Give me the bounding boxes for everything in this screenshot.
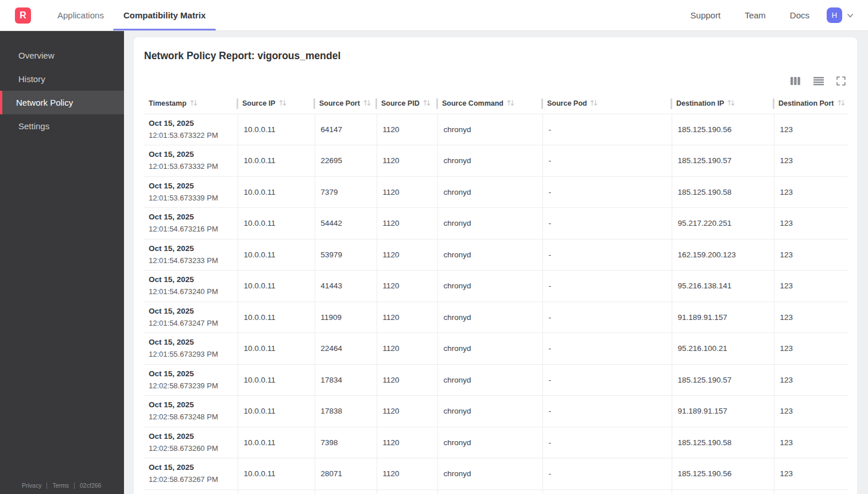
sidebar-item-network-policy[interactable]: Network Policy: [0, 91, 124, 114]
app-logo[interactable]: R: [15, 7, 31, 24]
cell-source-pod: -: [542, 145, 672, 177]
sort-icon[interactable]: [507, 100, 514, 108]
column-resize-handle[interactable]: [671, 98, 672, 109]
cell-source-port: 64147: [315, 114, 377, 145]
sort-icon[interactable]: [363, 100, 371, 108]
sort-icon[interactable]: [727, 100, 735, 108]
column-header-label: Destination IP: [676, 99, 724, 107]
cell-timestamp: Oct 15, 202512:01:54.673233 PM: [144, 239, 238, 271]
table-row: Oct 15, 202512:02:58.673267 PM10.0.0.112…: [144, 458, 848, 490]
user-avatar[interactable]: H: [827, 7, 842, 23]
cell-source-pod: [542, 489, 672, 494]
cell-source-pod: -: [542, 114, 672, 145]
cell-source-port: 7379: [315, 176, 377, 208]
sidebar-item-settings[interactable]: Settings: [0, 114, 124, 138]
cell-destination-port: 123: [774, 333, 848, 365]
table-row: Oct 15, 202512:01:54.673216 PM10.0.0.115…: [144, 208, 848, 240]
column-header-source-ip[interactable]: Source IP: [238, 98, 315, 114]
cell-source-pod: -: [542, 396, 672, 427]
cell-destination-port: 123: [774, 364, 848, 396]
cell-timestamp: Oct 15, 202512:01:54.673216 PM: [144, 208, 238, 240]
timestamp-time: 12:02:58.673260 PM: [149, 443, 234, 454]
cell-destination-port: 123: [774, 271, 848, 302]
cell-destination-ip: 162.159.200.123: [672, 239, 774, 271]
column-header-label: Timestamp: [149, 99, 187, 107]
table-row: Oct 15, 202512:01:54.673240 PM10.0.0.114…: [144, 271, 848, 302]
table-row: Oct 15, 2025: [144, 489, 848, 494]
column-header-destination-ip[interactable]: Destination IP: [672, 98, 774, 114]
expand-icon[interactable]: [836, 76, 846, 86]
cell-destination-port: 123: [774, 396, 848, 427]
cell-source-command: chronyd: [437, 396, 542, 427]
column-resize-handle[interactable]: [237, 98, 238, 109]
column-resize-handle[interactable]: [375, 98, 377, 109]
cell-timestamp: Oct 15, 202512:02:58.673248 PM: [144, 396, 238, 427]
cell-destination-port: 123: [774, 114, 848, 145]
column-resize-handle[interactable]: [541, 98, 543, 109]
tab-applications[interactable]: Applications: [52, 0, 110, 30]
cell-timestamp: Oct 15, 202512:02:58.673267 PM: [144, 458, 238, 490]
row-view-icon[interactable]: [813, 76, 824, 86]
column-header-label: Destination Port: [778, 99, 834, 107]
cell-source-port: 28071: [315, 458, 377, 490]
column-header-source-command[interactable]: Source Command: [437, 98, 542, 114]
timestamp-date: Oct 15, 2025: [149, 118, 234, 130]
column-view-icon[interactable]: [790, 76, 801, 86]
cell-destination-port: 123: [774, 427, 848, 458]
cell-source-command: chronyd: [437, 333, 542, 365]
cell-source-pod: -: [542, 364, 672, 396]
cell-timestamp: Oct 15, 2025: [144, 489, 238, 494]
column-resize-handle[interactable]: [313, 98, 315, 109]
nav-link-support[interactable]: Support: [691, 10, 721, 20]
cell-destination-ip: 95.216.100.21: [672, 333, 774, 365]
table-row: Oct 15, 202512:02:58.673260 PM10.0.0.117…: [144, 427, 848, 458]
tab-compatibility-matrix[interactable]: Compatibility Matrix: [118, 0, 211, 30]
sort-icon[interactable]: [838, 100, 845, 108]
cell-destination-ip: 95.216.138.141: [672, 271, 774, 302]
sort-icon[interactable]: [590, 100, 598, 108]
cell-source-pid: 1120: [377, 271, 437, 302]
cell-source-ip: 10.0.0.11: [238, 271, 315, 302]
sidebar-item-history[interactable]: History: [0, 67, 124, 91]
table-row: Oct 15, 202512:01:55.673293 PM10.0.0.112…: [144, 333, 848, 365]
cell-source-port: 41443: [315, 271, 377, 302]
column-header-source-port[interactable]: Source Port: [315, 98, 377, 114]
column-header-destination-port[interactable]: Destination Port: [774, 98, 848, 114]
sort-icon[interactable]: [190, 100, 197, 108]
cell-timestamp: Oct 15, 202512:02:58.673239 PM: [144, 364, 238, 396]
cell-destination-ip: 185.125.190.58: [672, 176, 774, 208]
timestamp-time: 12:02:58.673267 PM: [149, 474, 234, 485]
cell-source-ip: 10.0.0.11: [238, 176, 315, 208]
sort-icon[interactable]: [423, 100, 431, 108]
nav-link-docs[interactable]: Docs: [790, 10, 809, 20]
sidebar-footer: Privacy Terms 02cf266: [0, 482, 124, 494]
column-resize-handle[interactable]: [773, 98, 774, 109]
cell-destination-ip: 185.125.190.56: [672, 458, 774, 490]
cell-source-port: 7398: [315, 427, 377, 458]
cell-source-port: 22695: [315, 145, 377, 177]
column-header-timestamp[interactable]: Timestamp: [144, 98, 238, 114]
cell-timestamp: Oct 15, 202512:01:53.673322 PM: [144, 114, 238, 145]
table-row: Oct 15, 202512:01:54.673247 PM10.0.0.111…: [144, 302, 848, 333]
cell-source-command: chronyd: [437, 145, 542, 177]
column-header-source-pod[interactable]: Source Pod: [542, 98, 672, 114]
sort-icon[interactable]: [279, 100, 286, 108]
timestamp-time: 12:01:54.673247 PM: [149, 318, 234, 329]
cell-source-ip: [238, 489, 315, 494]
nav-link-team[interactable]: Team: [745, 10, 766, 20]
cell-timestamp: Oct 15, 202512:01:54.673240 PM: [144, 271, 238, 302]
cell-source-pid: 1120: [377, 176, 437, 208]
sidebar-item-overview[interactable]: Overview: [0, 44, 124, 67]
cell-source-port: 54442: [315, 208, 377, 240]
privacy-link[interactable]: Privacy: [22, 482, 41, 489]
column-header-source-pid[interactable]: Source PID: [377, 98, 437, 114]
table-row: Oct 15, 202512:01:53.673322 PM10.0.0.116…: [144, 114, 848, 145]
timestamp-time: 12:01:53.673322 PM: [149, 130, 234, 141]
footer-divider: [74, 483, 75, 489]
cell-source-pid: 1120: [377, 333, 437, 365]
terms-link[interactable]: Terms: [52, 482, 69, 489]
column-resize-handle[interactable]: [436, 98, 438, 109]
timestamp-date: Oct 15, 2025: [149, 399, 234, 411]
cell-destination-ip: 91.189.91.157: [672, 302, 774, 333]
chevron-down-icon[interactable]: [846, 11, 854, 20]
